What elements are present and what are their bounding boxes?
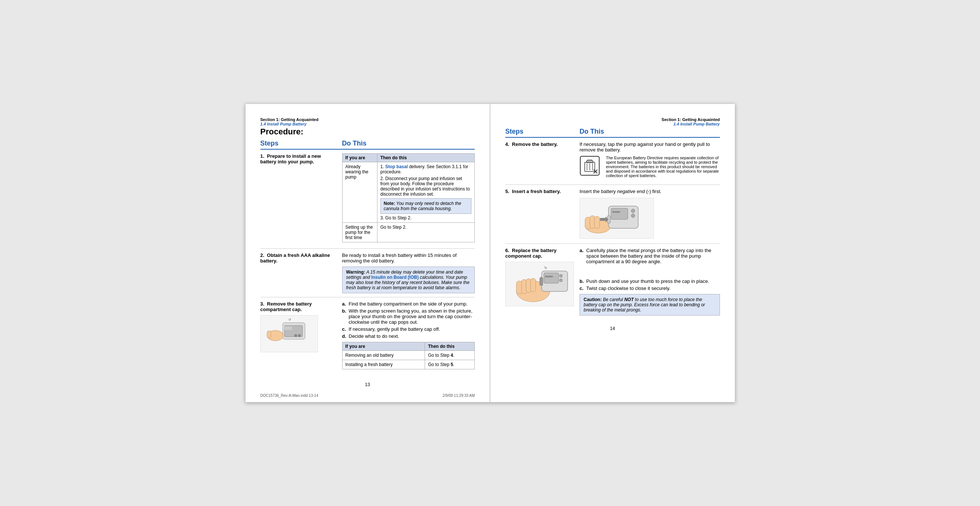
table1-row2-action: Go to Step 2.	[377, 223, 474, 243]
step-5-number: 5.	[505, 189, 511, 194]
steps-col-label-right: Steps	[505, 128, 579, 135]
step-3-right: a.Find the battery compartment on the si…	[342, 301, 475, 371]
table1-row2-cond: Setting up the pump for the first time	[342, 223, 377, 243]
right-page-header: Section 1: Getting Acquainted 1.4 Instal…	[505, 117, 720, 126]
battery-directive-text: The European Battery Directive requires …	[606, 155, 720, 178]
section-label-right: Section 1: Getting Acquainted	[505, 117, 720, 122]
svg-text:Aviator: Aviator	[545, 275, 553, 278]
step-row-4: 4. Remove the battery. If necessary, tap…	[505, 138, 720, 185]
step-3c: c.If necessary, gently pull the battery …	[342, 326, 475, 332]
step-3-left: 3. Remove the battery compartment cap.	[261, 301, 342, 371]
table2-row2-cond: Installing a fresh battery	[342, 360, 425, 370]
caution-text: Be careful NOT to use too much force to …	[584, 297, 705, 312]
step-2-desc: Be ready to install a fresh battery with…	[342, 252, 475, 263]
svg-rect-42	[540, 277, 543, 286]
left-page-footer: DOC15736_Rev-A-Man.indd 13-14 2/9/09 11:…	[261, 393, 475, 398]
svg-text:↺: ↺	[288, 318, 291, 322]
left-page-number: 13	[261, 382, 475, 387]
svg-point-41	[560, 279, 562, 282]
svg-point-40	[560, 274, 562, 277]
cap-replace-svg: Aviator ↻	[505, 262, 574, 306]
step-6-sublist: a.Carefully place the metal prongs of th…	[579, 247, 720, 264]
step-6a-text: Carefully place the metal prongs of the …	[586, 247, 720, 264]
pump-battery-svg: Aviator	[579, 198, 654, 239]
section-subtitle-left: 1.4 Install Pump Battery	[261, 122, 475, 126]
svg-rect-36	[530, 278, 536, 292]
step-3c-text: If necessary, gently pull the battery ca…	[349, 326, 440, 332]
step-3-sublist: a.Find the battery compartment on the si…	[342, 301, 475, 339]
step-row-6: 6. Replace the battery component cap.	[505, 244, 720, 319]
steps-col-label: Steps	[261, 140, 342, 148]
step-6-right: a.Carefully place the metal prongs of th…	[579, 247, 720, 316]
page-title-left: Procedure:	[261, 127, 475, 136]
svg-rect-15	[588, 160, 592, 161]
step-6-sublist-bc: b.Push down and use your thumb to press …	[579, 278, 720, 291]
step-6-number: 6.	[505, 247, 511, 253]
table2-row2: Installing a fresh battery Go to Step 5.	[342, 360, 475, 370]
table1-row1: Already wearing the pump 1. Stop basal d…	[342, 162, 475, 223]
step-4-number: 4.	[505, 141, 511, 147]
table2-col1-header: If you are	[342, 342, 425, 351]
caution-box-1: Caution: Be careful NOT to use too much …	[579, 294, 720, 316]
svg-point-27	[631, 214, 635, 217]
table1-row1-action: 1. Stop basal delivery. See Section 3.1.…	[377, 162, 474, 223]
hand-cap-illustration: Aviator ↻	[505, 262, 576, 308]
svg-rect-7	[267, 331, 271, 338]
step-5-title: Insert a fresh battery.	[512, 189, 561, 194]
step-3-title: Remove the battery compartment cap.	[261, 301, 312, 312]
step-row-1: 1. Prepare to install a new battery into…	[261, 150, 475, 249]
pump-battery-illustration: Aviator	[579, 198, 720, 240]
steps-header-left: Steps Do This	[261, 140, 475, 150]
step-4-desc: If necessary, tap the pump against your …	[579, 141, 720, 152]
action-item-1: 1. Stop basal delivery. See Section 3.1.…	[380, 164, 471, 174]
step-row-3: 3. Remove the battery compartment cap.	[261, 297, 475, 375]
steps-header-right: Steps Do This	[505, 128, 720, 138]
caution-label: Caution:	[584, 297, 602, 302]
step-5-desc: Insert the battery negative end (-) firs…	[579, 189, 720, 194]
table1-row2: Setting up the pump for the first time G…	[342, 223, 475, 243]
iob-link: Insulin on Board (IOB)	[371, 275, 419, 280]
hand-illustration-left: ↺	[261, 315, 339, 354]
step-3-number: 3.	[261, 301, 266, 307]
dothis-col-label: Do This	[342, 140, 367, 148]
svg-text:↻: ↻	[544, 266, 547, 270]
stop-basal-link: Stop basal	[385, 164, 408, 169]
step-6b-text: Push down and use your thumb to press th…	[586, 278, 709, 284]
step-6-spacer	[579, 266, 720, 277]
step-2-left: 2. Obtain a fresh AAA alkaline battery.	[261, 252, 342, 293]
table2-col2-header: Then do this	[425, 342, 475, 351]
step-row-5: 5. Insert a fresh battery. Insert the ba…	[505, 185, 720, 244]
note-label: Note:	[384, 201, 395, 206]
step-1-left: 1. Prepare to install a new battery into…	[261, 153, 342, 245]
warning-box-1: Warning: A 15 minute delay may delete yo…	[342, 266, 475, 293]
table1-col1-header: If you are	[342, 154, 377, 162]
step-1-right: If you are Then do this Already wearing …	[342, 153, 475, 245]
table2-row1-action: Go to Step 4.	[425, 351, 475, 360]
step-4-left: 4. Remove the battery.	[505, 141, 579, 181]
step-1-table: If you are Then do this Already wearing …	[342, 153, 475, 243]
footer-right-text: 2/9/09 11:29:33 AM	[442, 393, 475, 398]
step-3-table: If you are Then do this Removing an old …	[342, 342, 475, 370]
step-6c-text: Twist cap clockwise to close it securely…	[586, 286, 671, 291]
step-3b: b.With the pump screen facing you, as sh…	[342, 308, 475, 325]
action-item-3: 3. Go to Step 2.	[380, 215, 471, 220]
battery-removal-svg: ↺	[261, 315, 318, 352]
right-page-number: 14	[505, 326, 720, 331]
step-5-left: 5. Insert a fresh battery.	[505, 189, 579, 240]
step-2-right: Be ready to install a fresh battery with…	[342, 252, 475, 293]
step-2-number: 2.	[261, 252, 266, 258]
battery-directive-box: The European Battery Directive requires …	[579, 155, 720, 178]
section-label-left: Section 1: Getting Acquainted	[261, 117, 475, 122]
step-row-2: 2. Obtain a fresh AAA alkaline battery. …	[261, 249, 475, 297]
warning-label: Warning:	[346, 270, 366, 275]
table2-row1: Removing an old battery Go to Step 4.	[342, 351, 475, 360]
table2-row1-cond: Removing an old battery	[342, 351, 425, 360]
step-6-left: 6. Replace the battery component cap.	[505, 247, 579, 316]
table1-row1-cond: Already wearing the pump	[342, 162, 377, 223]
left-page: Section 1: Getting Acquainted 1.4 Instal…	[245, 103, 490, 403]
step-2-title: Obtain a fresh AAA alkaline battery.	[261, 252, 330, 263]
step-3a-text: Find the battery compartment on the side…	[349, 301, 468, 307]
step-3b-text: With the pump screen facing you, as show…	[349, 308, 475, 325]
svg-point-4	[294, 334, 297, 337]
svg-rect-3	[285, 326, 292, 330]
